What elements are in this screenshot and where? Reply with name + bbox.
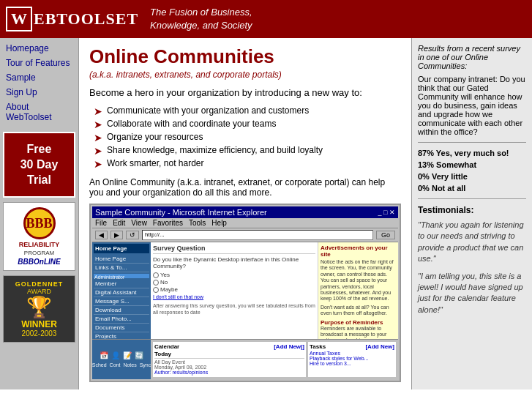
sc-tasks-header: Tasks [Add New] — [310, 343, 394, 350]
sc-nav-download[interactable]: Download — [94, 306, 149, 315]
sc-task-annual[interactable]: Annual Taxes — [310, 351, 394, 356]
header-tagline: The Fusion of Business, Knowledge, and S… — [150, 6, 252, 32]
sc-cal-today: Today — [154, 351, 304, 359]
right-panel: Results from a recent survey in one of o… — [411, 38, 532, 389]
sc-cal-alldayevent: All Day Event — [154, 359, 304, 365]
sc-cal-header: Calendar [Add New|] — [154, 343, 304, 350]
logo-w: W — [6, 7, 32, 31]
sc-contacts-icon[interactable]: 👤 — [111, 351, 120, 359]
sc-after-text: After answering this survey question, yo… — [153, 302, 315, 316]
sc-right-panel: Advertisements on your site Notice the a… — [318, 242, 398, 339]
sc-main-area: Survey Question Do you like the Dynamic … — [151, 242, 318, 339]
award-subtitle: AWARD — [7, 288, 72, 295]
main-content: Online Communities (a.k.a. intranets, ex… — [79, 38, 411, 389]
sc-task-feedback[interactable]: Playback styles for Web... — [310, 356, 394, 361]
sc-sync-icon[interactable]: 🔄 — [135, 351, 143, 359]
sc-option-yes[interactable]: Yes — [153, 272, 315, 278]
bbb-text: RELIABILITY — [7, 241, 72, 250]
sc-nav-projects[interactable]: Projects — [94, 332, 149, 339]
sc-still-link[interactable]: I don't still on that now — [153, 294, 315, 299]
bbb-badge: BBB RELIABILITY PROGRAM BBBOnLINE — [3, 202, 75, 271]
trial-banner[interactable]: Free 30 Day Trial — [3, 132, 75, 198]
sc-tasks: Tasks [Add New] Annual Taxes Playback st… — [308, 342, 396, 377]
address-bar[interactable]: http://... — [142, 230, 373, 240]
header: W ebToolset The Fusion of Business, Know… — [0, 0, 532, 38]
sc-notes-icon[interactable]: 📝 — [123, 351, 132, 359]
sc-icon-labels: SchedContNotesSync — [92, 362, 151, 368]
sc-nav-email[interactable]: Email Photo... — [94, 315, 149, 324]
sc-nav-links[interactable]: Links & To... — [94, 264, 149, 272]
bullet-list: ➤Communicate with your organization and … — [89, 104, 401, 170]
screenshot-titlebar: Sample Community - Microsoft Internet Ex… — [92, 206, 398, 218]
page-subtitle: (a.k.a. intranets, extranets, and corpor… — [89, 70, 401, 80]
screenshot-menubar: File Edit View Favorites Tools Help — [92, 218, 398, 228]
toolbar-go[interactable]: Go — [376, 231, 395, 239]
sc-calendar: Calendar [Add New|] Today All Day Event … — [153, 342, 306, 377]
sc-schedule-icon[interactable]: 📅 — [100, 351, 108, 359]
sc-survey-question-label: Survey Question — [153, 245, 315, 254]
bbb-online: BBBOnLINE — [7, 258, 72, 266]
sidebar: Homepage Tour of Features Sample Sign Up… — [0, 38, 79, 389]
sc-nav-digital[interactable]: Digital Assistant — [94, 288, 149, 297]
layout: Homepage Tour of Features Sample Sign Up… — [0, 38, 532, 389]
divider-2 — [418, 198, 526, 199]
sc-option-no[interactable]: No — [153, 279, 315, 286]
logo-text: ebToolset — [34, 10, 138, 29]
award-year: 2002-2003 — [7, 329, 72, 338]
screenshot-body: File Edit View Favorites Tools Help ◀ ▶ … — [92, 218, 398, 379]
result-3: 0% Very little — [418, 172, 526, 181]
toolbar-refresh[interactable]: ↺ — [126, 231, 139, 239]
sc-nav-home[interactable]: Home Page — [94, 255, 149, 264]
result-4: 0% Not at all — [418, 184, 526, 193]
bbb-circle: BBB — [23, 207, 56, 239]
nav-tour[interactable]: Tour of Features — [0, 56, 78, 70]
titlebar-text: Sample Community - Microsoft Internet Ex… — [95, 208, 267, 217]
sc-tasks-add[interactable]: [Add New] — [365, 343, 394, 350]
testimonial-2: "I am telling you, this site is a jewel!… — [418, 271, 526, 316]
intro-text: Become a hero in your organization by in… — [89, 87, 401, 98]
nav-homepage[interactable]: Homepage — [0, 41, 78, 56]
sc-admin: Administrator — [94, 274, 149, 278]
sc-ads-text: Notice the ads on the far right of the s… — [321, 259, 396, 302]
sc-task-hire[interactable]: Hire to version 3... — [310, 361, 394, 366]
outro-text: An Online Community (a.k.a. intranet, ex… — [89, 177, 401, 198]
sc-ads-text2: Don't want ads at all? You can even turn… — [321, 305, 396, 317]
testimonial-1: "Thank you again for listening to our ne… — [418, 220, 526, 265]
sc-nav-header: Home Page — [94, 244, 149, 253]
menu-help[interactable]: Help — [211, 219, 227, 227]
award-title: GOLDENNET — [7, 280, 72, 288]
nav-about[interactable]: About WebToolset — [0, 100, 78, 124]
screenshot-toolbar: ◀ ▶ ↺ http://... Go — [92, 228, 398, 242]
sidebar-nav: Homepage Tour of Features Sample Sign Up… — [0, 38, 78, 127]
sc-cal-date: Monday, April 08, 2002 — [154, 365, 304, 370]
sc-option-maybe[interactable]: Maybe — [153, 286, 315, 293]
bullet-2: ➤Collaborate with and coordinate your te… — [92, 117, 401, 130]
sc-nav-docs[interactable]: Documents — [94, 324, 149, 332]
sc-cal-add[interactable]: [Add New|] — [274, 343, 304, 350]
bullet-3: ➤Organize your resources — [92, 130, 401, 143]
bullet-5: ➤Work smarter, not harder — [92, 157, 401, 170]
sc-left-nav: Home Page Home Page Links & To... Admini… — [92, 242, 151, 339]
screenshot-content: Home Page Home Page Links & To... Admini… — [92, 242, 398, 339]
nav-sample[interactable]: Sample — [0, 70, 78, 85]
sc-bottom-icons: 📅 👤 📝 🔄 SchedContNotesSync — [92, 340, 151, 379]
page-title: Online Communities — [89, 45, 401, 68]
nav-signup[interactable]: Sign Up — [0, 85, 78, 100]
menu-favorites[interactable]: Favorites — [153, 219, 183, 227]
menu-tools[interactable]: Tools — [189, 219, 206, 227]
sc-survey-text: Do you like the Dynamic Desktop interfac… — [153, 256, 315, 269]
menu-view[interactable]: View — [131, 219, 147, 227]
sc-nav-member[interactable]: Member — [94, 280, 149, 288]
result-2: 13% Somewhat — [418, 160, 526, 169]
sc-cal-link[interactable]: Author: results/opinions — [154, 370, 304, 375]
toolbar-back[interactable]: ◀ — [95, 231, 108, 239]
sc-nav-message[interactable]: Message S... — [94, 297, 149, 306]
toolbar-forward[interactable]: ▶ — [110, 231, 123, 239]
menu-file[interactable]: File — [95, 219, 107, 227]
divider-1 — [418, 142, 526, 143]
bullet-4: ➤Share knowledge, maximize efficiency, a… — [92, 143, 401, 157]
sc-reminders-text: Reminders are available to broadcast a m… — [321, 326, 396, 339]
sc-reminders-title: Purpose of Reminders — [321, 319, 396, 326]
award-winner: WINNER — [7, 319, 72, 329]
menu-edit[interactable]: Edit — [113, 219, 125, 227]
